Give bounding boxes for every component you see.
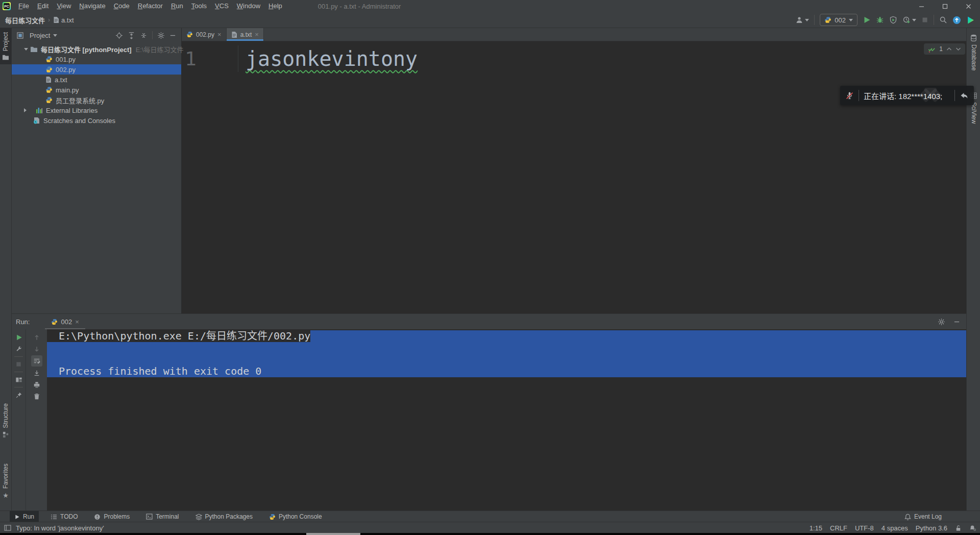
tool-stripe-sciview-label: SciView [970,102,977,124]
project-panel-title[interactable]: Project [30,32,50,39]
menu-edit[interactable]: Edit [33,0,53,12]
editor-line-1[interactable]: 1 jasonkevintony [182,45,966,72]
gear-icon[interactable] [938,318,945,326]
run-config-select[interactable]: 002 [820,14,857,26]
run-tab-002[interactable]: 002 × [45,314,85,329]
toolbar-tab-run[interactable]: Run [10,511,39,522]
ide-feature-trainer-icon[interactable] [966,16,975,25]
toolbar-tab-python-console[interactable]: Python Console [264,511,327,522]
vcs-users-icon[interactable] [795,16,809,24]
update-project-icon[interactable] [952,16,961,25]
tree-item-mainpy[interactable]: main.py [12,85,181,95]
print-button[interactable] [33,381,40,389]
structure-icon [3,431,9,438]
microphone-muted-icon[interactable] [845,91,854,100]
voice-call-overlay[interactable]: 正在讲话: 182****1403; [840,86,974,105]
status-message: Typo: In word 'jasonkevintony' [16,524,104,532]
scroll-to-end-button[interactable] [33,369,40,377]
file-encoding[interactable]: UTF-8 [855,524,874,532]
menu-tools[interactable]: Tools [187,0,211,12]
menu-help[interactable]: Help [264,0,286,12]
caret-position[interactable]: 1:15 [810,524,822,532]
speaking-status-text: 正在讲话: 182****1403; [864,90,942,101]
hide-panel-icon[interactable] [169,32,176,39]
run-toolbar-outer [12,329,26,511]
text-file-icon [45,76,52,83]
breadcrumb-file[interactable]: a.txt [61,16,74,24]
tool-stripe-favorites[interactable]: Favorites ★ [0,459,11,503]
chevron-down-icon[interactable] [53,34,57,37]
tree-item-external-libraries[interactable]: External Libraries [12,105,181,115]
gear-icon[interactable] [157,32,165,39]
run-button[interactable] [863,16,871,24]
python-interpreter[interactable]: Python 3.6 [916,524,947,532]
expand-all-icon[interactable] [128,32,135,39]
edit-configuration-icon[interactable] [15,345,22,353]
toolbar-tab-python-packages[interactable]: Python Packages [191,511,257,522]
close-button[interactable] [957,0,980,12]
clear-all-button[interactable] [33,393,40,401]
tool-stripe-database[interactable]: Database [967,30,980,75]
profiler-button[interactable] [902,16,916,24]
tool-stripe-project[interactable]: Project [0,28,11,64]
toolbar-tab-todo[interactable]: TODO [46,511,82,522]
tool-stripe-structure[interactable]: Structure [0,399,11,442]
pin-tab-button[interactable] [15,391,22,399]
maximize-button[interactable] [933,0,957,12]
typo-word[interactable]: jasonkevintony [246,47,418,70]
toolbar-tab-terminal[interactable]: Terminal [141,511,183,522]
run-with-coverage-button[interactable] [889,16,897,24]
next-problem-icon[interactable] [955,47,961,51]
toolbar-tab-problems[interactable]: Problems [89,511,134,522]
minimize-button[interactable] [910,0,933,12]
editor-gutter[interactable]: 1 [182,45,238,72]
project-panel: Project [12,28,182,313]
close-icon[interactable]: × [75,319,79,325]
menu-run[interactable]: Run [167,0,187,12]
down-stack-trace-button[interactable] [33,345,40,353]
prev-problem-icon[interactable] [946,47,952,51]
breadcrumb-project[interactable]: 每日练习文件 [5,15,45,25]
notifications-icon[interactable] [969,525,976,531]
debug-button[interactable] [876,16,884,24]
hide-tool-windows-icon[interactable] [4,525,11,531]
close-icon[interactable]: × [255,31,259,38]
line-separator[interactable]: CRLF [830,524,847,532]
editor-tab-atxt[interactable]: a.txt × [227,28,264,41]
search-everywhere-icon[interactable] [939,16,947,24]
chevron-down-icon[interactable] [24,48,28,51]
rerun-button[interactable] [15,333,22,342]
console-output[interactable]: E:\Python\python.exe E:/每日练习文件/002.py Pr… [47,329,966,511]
reply-arrow-icon[interactable] [960,91,969,100]
tree-item-002py[interactable]: 002.py [12,64,181,75]
menu-code[interactable]: Code [110,0,134,12]
collapse-all-icon[interactable] [140,32,148,39]
chevron-right-icon[interactable] [24,108,34,112]
tree-item-scratches[interactable]: Scratches and Consoles [12,115,181,126]
up-stack-trace-button[interactable] [33,333,40,342]
stop-button[interactable] [921,16,928,23]
indent-style[interactable]: 4 spaces [881,524,908,532]
restore-layout-button[interactable] [15,376,22,384]
code-text[interactable]: jasonkevintony [238,45,418,72]
event-log-button[interactable]: Event Log [900,511,946,522]
editor-tab-002py[interactable]: 002.py × [182,28,227,41]
menu-file[interactable]: File [14,0,33,12]
menu-view[interactable]: View [53,0,75,12]
inspections-widget[interactable]: 1 [924,43,965,55]
menu-vcs[interactable]: VCS [211,0,233,12]
locate-file-icon[interactable] [115,32,123,39]
tree-item-atxt[interactable]: a.txt [12,75,181,85]
menu-navigate[interactable]: Navigate [75,0,109,12]
menu-refactor[interactable]: Refactor [134,0,167,12]
tree-item-001py[interactable]: 001.py [12,54,181,64]
hide-panel-icon[interactable] [953,319,960,325]
soft-wrap-toggle[interactable] [31,355,42,367]
unlock-icon[interactable] [955,525,962,531]
close-icon[interactable]: × [217,31,222,38]
console-line-exit: Process finished with exit code 0 [47,366,966,377]
stop-button[interactable] [15,360,22,369]
tree-root-row[interactable]: 每日练习文件 [pythonProject] E:\每日练习文件 [12,44,181,54]
menu-window[interactable]: Window [233,0,264,12]
tree-item-login-system[interactable]: 员工登录系统.py [12,95,181,105]
